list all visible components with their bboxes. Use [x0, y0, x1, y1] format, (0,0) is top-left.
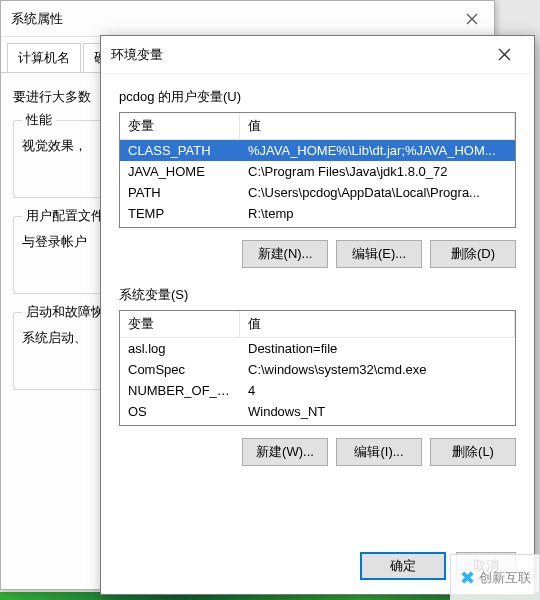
- var-name-cell: TEMP: [120, 203, 240, 224]
- var-value-cell: Destination=file: [240, 338, 515, 359]
- header-value[interactable]: 值: [240, 113, 515, 139]
- table-header: 变量 值: [120, 311, 515, 338]
- watermark-text: 创新互联: [479, 569, 531, 587]
- environment-variables-dialog: 环境变量 pcdog 的用户变量(U) 变量 值 CLASS_PATH%JAVA…: [100, 35, 535, 595]
- system-vars-buttons: 新建(W)... 编辑(I)... 删除(L): [119, 438, 516, 466]
- new-sys-var-button[interactable]: 新建(W)...: [242, 438, 328, 466]
- var-value-cell: C:\Program Files\Java\jdk1.8.0_72: [240, 161, 515, 182]
- close-icon[interactable]: [484, 40, 524, 70]
- var-name-cell: PATH: [120, 182, 240, 203]
- user-vars-buttons: 新建(N)... 编辑(E)... 删除(D): [119, 240, 516, 268]
- table-row[interactable]: CLASS_PATH%JAVA_HOME%\Lib\dt.jar;%JAVA_H…: [120, 140, 515, 161]
- table-row[interactable]: NUMBER_OF_PR...4: [120, 380, 515, 401]
- header-value[interactable]: 值: [240, 311, 515, 337]
- delete-user-var-button[interactable]: 删除(D): [430, 240, 516, 268]
- env-body: pcdog 的用户变量(U) 变量 值 CLASS_PATH%JAVA_HOME…: [101, 74, 534, 542]
- system-vars-label: 系统变量(S): [119, 286, 516, 304]
- edit-sys-var-button[interactable]: 编辑(I)...: [336, 438, 422, 466]
- table-row[interactable]: TMPR:\temp: [120, 224, 515, 228]
- system-vars-table[interactable]: 变量 值 asl.logDestination=fileComSpecC:\wi…: [119, 310, 516, 426]
- system-properties-title: 系统属性: [11, 10, 460, 28]
- watermark: ✖ 创新互联: [450, 554, 540, 600]
- var-value-cell: R:\temp: [240, 203, 515, 224]
- var-name-cell: asl.log: [120, 338, 240, 359]
- tab-computer-name[interactable]: 计算机名: [7, 43, 81, 72]
- table-row[interactable]: PATHC:\Users\pcdog\AppData\Local\Progra.…: [120, 182, 515, 203]
- table-row[interactable]: TEMPR:\temp: [120, 203, 515, 224]
- system-properties-titlebar: 系统属性: [1, 1, 494, 37]
- var-name-cell: NUMBER_OF_PR...: [120, 380, 240, 401]
- var-value-cell: R:\temp: [240, 224, 515, 228]
- group-performance-label: 性能: [22, 111, 56, 129]
- edit-user-var-button[interactable]: 编辑(E)...: [336, 240, 422, 268]
- group-profile-label: 用户配置文件: [22, 207, 108, 225]
- var-value-cell: C:\Users\pcdog\AppData\Local\Progra...: [240, 182, 515, 203]
- var-name-cell: ComSpec: [120, 359, 240, 380]
- header-variable[interactable]: 变量: [120, 113, 240, 139]
- table-row[interactable]: ComSpecC:\windows\system32\cmd.exe: [120, 359, 515, 380]
- var-name-cell: OS: [120, 401, 240, 422]
- table-row[interactable]: JAVA_HOMEC:\Program Files\Java\jdk1.8.0_…: [120, 161, 515, 182]
- var-name-cell: Path: [120, 422, 240, 426]
- var-value-cell: C:\ProgramData\Oracle\Java\javapath;C...: [240, 422, 515, 426]
- table-row[interactable]: OSWindows_NT: [120, 401, 515, 422]
- env-titlebar: 环境变量: [101, 36, 534, 74]
- table-header: 变量 值: [120, 113, 515, 140]
- var-value-cell: %JAVA_HOME%\Lib\dt.jar;%JAVA_HOM...: [240, 140, 515, 161]
- ok-button[interactable]: 确定: [360, 552, 446, 580]
- header-variable[interactable]: 变量: [120, 311, 240, 337]
- user-vars-label: pcdog 的用户变量(U): [119, 88, 516, 106]
- new-user-var-button[interactable]: 新建(N)...: [242, 240, 328, 268]
- var-name-cell: JAVA_HOME: [120, 161, 240, 182]
- var-name-cell: CLASS_PATH: [120, 140, 240, 161]
- user-vars-table[interactable]: 变量 值 CLASS_PATH%JAVA_HOME%\Lib\dt.jar;%J…: [119, 112, 516, 228]
- var-value-cell: C:\windows\system32\cmd.exe: [240, 359, 515, 380]
- env-title: 环境变量: [111, 46, 484, 64]
- close-icon[interactable]: [460, 7, 484, 31]
- var-name-cell: TMP: [120, 224, 240, 228]
- var-value-cell: Windows_NT: [240, 401, 515, 422]
- table-row[interactable]: asl.logDestination=file: [120, 338, 515, 359]
- delete-sys-var-button[interactable]: 删除(L): [430, 438, 516, 466]
- table-row[interactable]: PathC:\ProgramData\Oracle\Java\javapath;…: [120, 422, 515, 426]
- watermark-icon: ✖: [460, 567, 475, 589]
- group-startup-label: 启动和故障恢: [22, 303, 108, 321]
- var-value-cell: 4: [240, 380, 515, 401]
